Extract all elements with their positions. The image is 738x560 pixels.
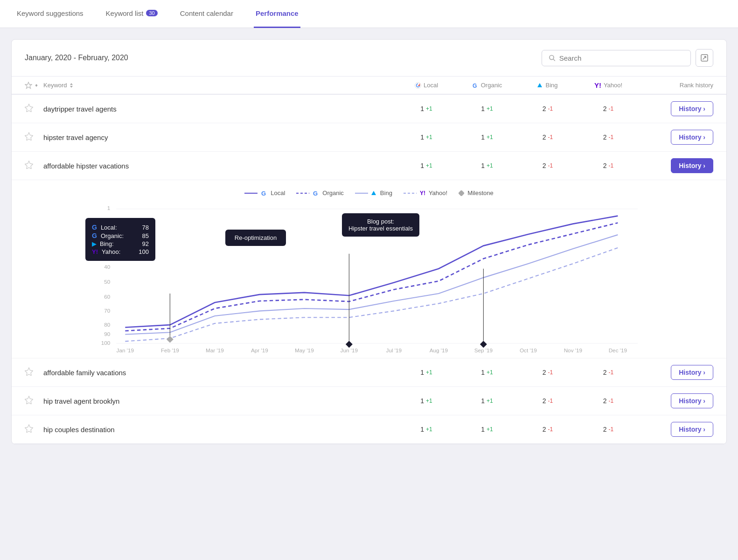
table-row: affordable family vacations1+11+12-12-1H… [12, 358, 726, 387]
organic-rank-cell: 1+1 [457, 426, 517, 433]
legend-bing-line [355, 191, 368, 195]
legend-google-local-icon: G [261, 190, 267, 196]
svg-text:Jan '19: Jan '19 [117, 347, 134, 353]
history-button[interactable]: History › [671, 422, 713, 437]
yahoo-rank-cell: 2-1 [578, 397, 639, 405]
legend-milestone: Milestone [459, 189, 494, 196]
svg-text:100: 100 [101, 340, 111, 346]
bing-rank-cell: 2-1 [517, 105, 578, 112]
svg-marker-8 [25, 161, 33, 169]
keyword-list-badge: 30 [146, 10, 157, 16]
organic-rank-cell: 1+1 [457, 397, 517, 405]
svg-text:50: 50 [104, 279, 111, 285]
search-box[interactable] [542, 50, 691, 66]
keyword-cell: hip couples destination [43, 426, 396, 434]
sort-icon [34, 83, 39, 88]
star-icon [25, 132, 33, 140]
history-button[interactable]: History › [671, 158, 713, 173]
keyword-cell: affordable hipster vacations [43, 162, 396, 170]
yahoo-icon-header: Y! [594, 81, 601, 89]
svg-marker-41 [25, 368, 33, 376]
search-input[interactable] [559, 54, 684, 62]
svg-text:Feb '19: Feb '19 [161, 347, 179, 353]
svg-text:Apr '19: Apr '19 [251, 347, 268, 353]
col-yahoo-header: Y! Yahoo! [578, 81, 639, 89]
svg-text:60: 60 [104, 294, 111, 300]
google-local-icon [415, 82, 421, 89]
history-cell: History › [639, 393, 713, 408]
history-cell: History › [639, 365, 713, 380]
legend-g-local-icon [244, 191, 258, 195]
col-star [25, 82, 43, 89]
nav-performance[interactable]: Performance [254, 0, 300, 28]
bing-rank-cell: 2-1 [517, 397, 578, 405]
local-rank-cell: 1+1 [396, 105, 457, 112]
organic-rank-cell: 1+1 [457, 133, 517, 141]
nav-content-calendar[interactable]: Content calendar [178, 0, 235, 28]
organic-rank-cell: 1+1 [457, 105, 517, 112]
history-button[interactable]: History › [671, 130, 713, 145]
star-cell[interactable] [25, 424, 43, 434]
svg-marker-42 [25, 396, 33, 404]
table-row: daytripper travel agents1+11+12-12-1Hist… [12, 95, 726, 123]
svg-text:1: 1 [107, 205, 111, 211]
keyword-cell: affordable family vacations [43, 369, 396, 377]
star-cell[interactable] [25, 104, 43, 114]
col-keyword-header: Keyword [43, 82, 396, 89]
keyword-sort-icon[interactable] [69, 83, 74, 88]
svg-marker-7 [25, 133, 33, 140]
col-bing-header: Bing [517, 82, 578, 89]
legend-g-organic: G Organic [296, 189, 344, 196]
svg-line-1 [553, 59, 555, 61]
table-row: hip travel agent brooklyn1+11+12-12-1His… [12, 387, 726, 415]
yahoo-line [125, 248, 618, 342]
history-button[interactable]: History › [671, 365, 713, 380]
local-rank-cell: 1+1 [396, 397, 457, 405]
rank-chart: 1 10 20 30 40 50 60 70 80 90 100 Jan '19… [25, 204, 713, 353]
star-icon [25, 367, 33, 376]
g-organic-line [125, 223, 618, 331]
google-organic-icon: G [472, 82, 479, 89]
history-cell: History › [639, 130, 713, 145]
svg-text:Aug '19: Aug '19 [430, 347, 448, 353]
col-local-header: Local [396, 82, 457, 89]
star-cell[interactable] [25, 367, 43, 378]
bing-rank-cell: 2-1 [517, 133, 578, 141]
nav-keyword-suggestions[interactable]: Keyword suggestions [15, 0, 85, 28]
legend-google-organic-icon: G [313, 190, 319, 196]
local-rank-cell: 1+1 [396, 133, 457, 141]
legend-yahoo: Y! Yahoo! [404, 189, 447, 196]
svg-text:Dec '19: Dec '19 [609, 347, 627, 353]
yahoo-rank-cell: 2-1 [578, 162, 639, 169]
svg-text:90: 90 [104, 331, 111, 337]
chart-section: G Local G Organic Bing [12, 180, 726, 358]
svg-text:80: 80 [104, 322, 111, 328]
star-cell[interactable] [25, 132, 43, 142]
milestone-feb [167, 336, 174, 343]
legend-yahoo-line [404, 191, 417, 195]
bing-rank-cell: 2-1 [517, 369, 578, 376]
export-icon [700, 54, 709, 62]
bottom-rows: affordable family vacations1+11+12-12-1H… [12, 358, 726, 444]
svg-text:40: 40 [104, 264, 111, 270]
export-button[interactable] [696, 49, 713, 67]
svg-text:Jun '19: Jun '19 [341, 347, 358, 353]
table-row: hipster travel agency1+11+12-12-1History… [12, 123, 726, 152]
local-rank-cell: 1+1 [396, 369, 457, 376]
history-button[interactable]: History › [671, 393, 713, 408]
legend-g-local: G Local [244, 189, 285, 196]
svg-text:10: 10 [104, 219, 111, 225]
nav-keyword-list[interactable]: Keyword list 30 [104, 0, 160, 28]
history-button[interactable]: History › [671, 101, 713, 116]
g-local-line [125, 216, 618, 328]
star-cell[interactable] [25, 396, 43, 406]
svg-text:Oct '19: Oct '19 [520, 347, 537, 353]
bing-line [125, 235, 618, 334]
col-rank-history-header: Rank history [639, 82, 713, 89]
yahoo-rank-cell: 2-1 [578, 105, 639, 112]
keyword-cell: hip travel agent brooklyn [43, 397, 396, 405]
table-row: affordable hipster vacations1+11+12-12-1… [12, 152, 726, 180]
chart-container: 1 10 20 30 40 50 60 70 80 90 100 Jan '19… [25, 204, 713, 353]
legend-milestone-icon [459, 190, 464, 196]
star-cell[interactable] [25, 161, 43, 171]
